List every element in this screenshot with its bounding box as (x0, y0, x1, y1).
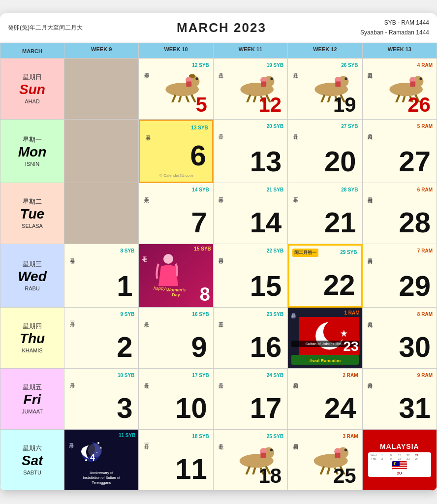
svg-line-23 (328, 96, 330, 103)
sat-w11: 25 SYB 二月廿七 18 (214, 430, 288, 491)
svg-point-59 (270, 448, 273, 451)
wed-w10-womens-day: 15 SYB 二月十七 happy Women's Day 8 (139, 244, 213, 308)
week9-header: WEEK 9 (64, 43, 139, 59)
svg-rect-19 (261, 81, 266, 87)
wed-w11: 22 SYB 二月廿四 15 (214, 244, 288, 308)
sat-w12: 3 RAM 闰二月初四 25 (288, 430, 362, 491)
svg-line-55 (246, 466, 250, 474)
svg-rect-75 (392, 469, 407, 470)
svg-line-14 (253, 96, 255, 103)
fri-w9: 10 SYB 二月十二 3 (64, 369, 139, 430)
svg-line-3 (179, 96, 181, 103)
tue-w12: 28 SYB 二月三十 21 (288, 183, 362, 244)
tue-w9-empty (64, 183, 139, 244)
svg-text:4: 4 (90, 453, 95, 463)
fri-w11: 24 SYB 二月廿六 17 (214, 369, 288, 430)
month-year-title: MARCH 2023 (83, 20, 360, 35)
sat-w13-malaysia: MALAYSIA Wed18152229 Thu29162324 (363, 430, 437, 491)
svg-rect-70 (335, 453, 341, 458)
svg-point-78 (395, 463, 397, 465)
svg-line-56 (253, 468, 255, 474)
fri-w13: 9 RAM 闰二月初十 31 (363, 369, 437, 430)
mon-w9-empty (64, 120, 139, 183)
svg-line-65 (327, 468, 329, 474)
wednesday-label: 星期三 Wed RABU (0, 244, 64, 308)
wed-w13: 7 RAM 闰二月初八 29 (363, 244, 437, 308)
svg-line-22 (321, 94, 325, 102)
tue-w13: 6 RAM 闰二月初七 28 (363, 183, 437, 244)
calendar-header: 癸卯(兔)年二月大至闰二月大 MARCH 2023 SYB - RAM 1444… (0, 13, 437, 42)
fri-w12: 2 RAM 闰二月初三 24 (288, 369, 362, 430)
svg-line-31 (396, 94, 399, 102)
svg-point-17 (270, 77, 273, 80)
svg-point-49 (100, 447, 102, 448)
svg-point-48 (97, 442, 99, 444)
thu-w11: 23 SYB 二月廿五 16 (214, 308, 288, 369)
wed-w12: 闰二月初一 29 SYB 22 (288, 244, 362, 308)
svg-rect-28 (336, 81, 341, 87)
week10-header: WEEK 10 (139, 43, 213, 59)
svg-point-50 (96, 452, 97, 453)
svg-line-2 (172, 94, 176, 102)
svg-point-7 (196, 77, 198, 80)
svg-point-43 (323, 320, 345, 343)
mon-w10: 13 SYB 二月十五 6 © Calendar2U.com (139, 120, 213, 183)
fri-w10: 17 SYB 二月十九 10 (139, 369, 213, 430)
svg-point-38 (163, 254, 173, 264)
mon-w11: 20 SYB 二月廿二 13 (214, 120, 288, 183)
tuesday-label: 星期二 Tue SELASA (0, 183, 64, 244)
week11-header: WEEK 11 (214, 43, 288, 59)
sun-w13: 4 RAM 闰二月初五 26 (363, 59, 437, 120)
tue-w11: 21 SYB 二月廿三 14 (214, 183, 288, 244)
svg-rect-74 (392, 467, 407, 468)
sun-w10: 12 SYB 二月十四 (139, 59, 213, 120)
tue-w10: 14 SYB 二月十六 7 (139, 183, 213, 244)
svg-line-13 (247, 94, 250, 102)
svg-line-4 (187, 96, 189, 103)
sun-w12: 26 SYB 二月廿八 19 (288, 59, 362, 120)
chinese-date-header: 癸卯(兔)年二月大至闰二月大 (8, 24, 83, 32)
wed-w9: 8 SYB 二月初十 1 (64, 244, 139, 308)
friday-label: 星期五 Fri JUMAAT (0, 369, 64, 430)
sunday-label: 星期日 Sun AHAD (0, 59, 64, 120)
svg-rect-61 (260, 453, 266, 458)
monday-label: 星期一 Mon ISNIN (0, 120, 64, 183)
week13-header: WEEK 13 (363, 43, 437, 59)
svg-point-35 (419, 77, 422, 80)
calendar-grid: MARCH WEEK 9 WEEK 10 WEEK 11 WEEK 12 WEE… (0, 43, 437, 491)
thu-w10: 16 SYB 二月十八 9 (139, 308, 213, 369)
svg-point-26 (344, 77, 347, 80)
calendar-wrapper: 癸卯(兔)年二月大至闰二月大 MARCH 2023 SYB - RAM 1444… (0, 13, 437, 490)
thu-w12-sultan: 1 RAM 闰二月初二 Sultan o (288, 308, 362, 369)
svg-line-32 (403, 96, 405, 103)
islamic-date-header: SYB - RAM 1444 Syaaban - Ramadan 1444 (360, 18, 429, 37)
svg-line-64 (321, 466, 324, 474)
svg-rect-10 (187, 81, 192, 87)
week12-header: WEEK 12 (288, 43, 362, 59)
thursday-label: 星期四 Thu KHAMIS (0, 308, 64, 369)
sun-w11: 19 SYB 二月廿八 12 (214, 59, 288, 120)
sat-w10: 18 SYB 二月廿一 11 (139, 430, 213, 491)
day-column-header: MARCH (0, 43, 64, 59)
svg-point-51 (85, 459, 87, 461)
svg-point-68 (344, 448, 347, 451)
thu-w9: 9 SYB 二月十一 2 (64, 308, 139, 369)
mon-w13: 5 RAM 闰二月初六 27 (363, 120, 437, 183)
sun-w9-empty (64, 59, 139, 120)
thu-w13: 8 RAM 闰二月初九 30 (363, 308, 437, 369)
svg-rect-37 (410, 81, 415, 87)
sat-w9-terengganu: 11 SYB 二月十三 (64, 430, 139, 491)
saturday-label: 星期六 Sat SABTU (0, 430, 64, 491)
mon-w12: 27 SYB 二月廿九 20 (288, 120, 362, 183)
